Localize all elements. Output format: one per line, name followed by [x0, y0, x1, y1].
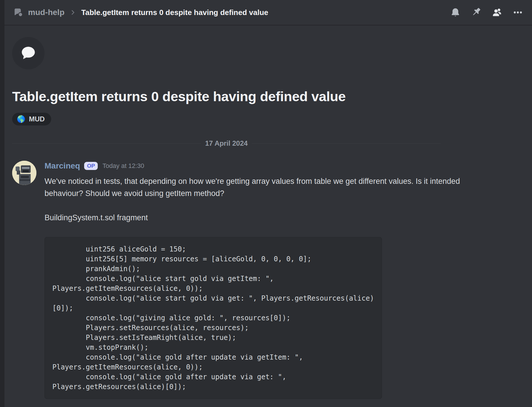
chat-bubble-icon: [21, 45, 36, 62]
tag-label: MUD: [29, 115, 45, 123]
notifications-bell-icon[interactable]: [450, 7, 461, 18]
sidebar-edge-strip: [0, 0, 4, 407]
breadcrumb-channel-name[interactable]: mud-help: [28, 8, 64, 17]
thread-page: mud-help Table.getItem returns 0 despite…: [4, 0, 532, 407]
globe-emoji-icon: 🌎: [17, 116, 25, 123]
chevron-right-icon: [70, 9, 76, 16]
code-block: uint256 aliceGold = 150; uint256[5] memo…: [45, 237, 382, 399]
divider-date: 17 April 2024: [201, 139, 252, 147]
message-author[interactable]: Marcineq: [45, 161, 80, 171]
divider-line-left: [12, 143, 201, 144]
divider-line-right: [252, 143, 441, 144]
members-icon[interactable]: [492, 7, 503, 18]
message-header: Marcineq OP Today at 12:30: [45, 161, 532, 171]
forum-channel-icon: [13, 7, 23, 18]
op-badge: OP: [84, 162, 98, 170]
date-divider: 17 April 2024: [12, 139, 441, 147]
breadcrumb-thread-title: Table.getItem returns 0 despite having d…: [81, 8, 268, 17]
message: Marcineq OP Today at 12:30 We've noticed…: [12, 161, 532, 399]
thread-title: Table.getItem returns 0 despite having d…: [12, 88, 532, 105]
topbar-actions: [450, 7, 523, 18]
thread-avatar: [12, 37, 45, 69]
code-block-content: uint256 aliceGold = 150; uint256[5] memo…: [52, 244, 374, 392]
message-timestamp: Today at 12:30: [102, 162, 144, 170]
thread-tag-mud[interactable]: 🌎 MUD: [12, 113, 51, 125]
message-attachment-note: BuildingSystem.t.sol fragment: [45, 212, 532, 224]
user-avatar[interactable]: [12, 161, 36, 185]
message-body-text: We've noticed in tests, that depending o…: [45, 175, 472, 199]
pinned-messages-pin-icon[interactable]: [471, 7, 482, 18]
topbar: mud-help Table.getItem returns 0 despite…: [4, 0, 532, 25]
more-options-icon[interactable]: [512, 7, 523, 18]
thread-content: Table.getItem returns 0 despite having d…: [4, 25, 532, 399]
message-content: Marcineq OP Today at 12:30 We've noticed…: [45, 161, 532, 399]
discord-forum-thread-view: mud-help Table.getItem returns 0 despite…: [0, 0, 532, 407]
